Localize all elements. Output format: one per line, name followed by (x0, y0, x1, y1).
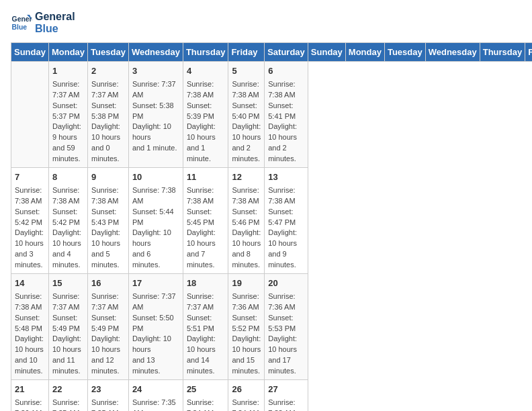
header-tuesday: Tuesday (88, 43, 129, 62)
calendar-cell: 6Sunrise: 7:38 AMSunset: 5:41 PMDaylight… (265, 62, 308, 168)
day-number: 8 (52, 171, 84, 184)
day-info: Sunrise: 7:33 AMSunset: 6:00 PMDaylight:… (268, 398, 304, 411)
calendar-cell: 15Sunrise: 7:37 AMSunset: 5:49 PMDayligh… (48, 274, 87, 380)
calendar-cell (11, 62, 49, 168)
day-number: 3 (132, 64, 179, 78)
calendar-header-row: SundayMondayTuesdayWednesdayThursdayFrid… (11, 43, 533, 62)
day-info: Sunrise: 7:38 AMSunset: 5:45 PMDaylight:… (187, 185, 225, 271)
calendar-cell: 16Sunrise: 7:37 AMSunset: 5:49 PMDayligh… (88, 274, 129, 380)
day-info: Sunrise: 7:37 AMSunset: 5:49 PMDaylight:… (91, 291, 125, 377)
day-number: 10 (132, 171, 179, 184)
header-wednesday: Wednesday (425, 43, 480, 62)
day-number: 9 (91, 171, 125, 184)
header-friday: Friday (228, 43, 265, 62)
day-number: 17 (132, 277, 179, 290)
calendar-cell: 11Sunrise: 7:38 AMSunset: 5:45 PMDayligh… (183, 168, 228, 274)
calendar-cell: 5Sunrise: 7:38 AMSunset: 5:40 PMDaylight… (228, 62, 265, 168)
logo-general: General (35, 11, 75, 22)
calendar-cell: 14Sunrise: 7:38 AMSunset: 5:48 PMDayligh… (11, 274, 49, 380)
day-info: Sunrise: 7:37 AMSunset: 5:38 PMDaylight:… (132, 79, 179, 154)
day-number: 4 (187, 64, 225, 78)
day-info: Sunrise: 7:34 AMSunset: 5:58 PMDaylight:… (187, 398, 225, 411)
calendar-cell: 3Sunrise: 7:37 AMSunset: 5:38 PMDaylight… (128, 62, 183, 168)
day-info: Sunrise: 7:38 AMSunset: 5:42 PMDaylight:… (15, 185, 45, 271)
calendar-cell: 2Sunrise: 7:37 AMSunset: 5:38 PMDaylight… (88, 62, 129, 168)
calendar-cell: 9Sunrise: 7:38 AMSunset: 5:43 PMDaylight… (88, 168, 129, 274)
calendar-cell: 10Sunrise: 7:38 AMSunset: 5:44 PMDayligh… (128, 168, 183, 274)
calendar-cell: 13Sunrise: 7:38 AMSunset: 5:47 PMDayligh… (265, 168, 308, 274)
week-row-3: 21Sunrise: 7:36 AMSunset: 5:54 PMDayligh… (11, 380, 533, 411)
calendar-cell: 7Sunrise: 7:38 AMSunset: 5:42 PMDaylight… (11, 168, 49, 274)
day-number: 25 (187, 383, 225, 396)
calendar-cell: 17Sunrise: 7:37 AMSunset: 5:50 PMDayligh… (128, 274, 183, 380)
day-number: 22 (52, 383, 84, 396)
day-number: 16 (91, 277, 125, 290)
day-number: 11 (187, 171, 225, 184)
day-number: 27 (268, 383, 304, 396)
logo-blue: Blue (35, 23, 58, 34)
week-row-0: 1Sunrise: 7:37 AMSunset: 5:37 PMDaylight… (11, 62, 533, 168)
header-wednesday: Wednesday (128, 43, 183, 62)
day-number: 12 (232, 171, 261, 184)
day-info: Sunrise: 7:38 AMSunset: 5:43 PMDaylight:… (91, 185, 125, 271)
day-info: Sunrise: 7:35 AMSunset: 5:56 PMDaylight:… (91, 398, 125, 411)
day-number: 13 (268, 171, 304, 184)
day-number: 2 (91, 64, 125, 78)
day-number: 21 (15, 383, 45, 396)
calendar-cell: 22Sunrise: 7:35 AMSunset: 5:55 PMDayligh… (48, 380, 87, 411)
calendar-cell: 8Sunrise: 7:38 AMSunset: 5:42 PMDaylight… (48, 168, 87, 274)
calendar-cell: 25Sunrise: 7:34 AMSunset: 5:58 PMDayligh… (183, 380, 228, 411)
day-info: Sunrise: 7:37 AMSunset: 5:37 PMDaylight:… (52, 79, 84, 165)
day-number: 14 (15, 277, 45, 290)
day-info: Sunrise: 7:37 AMSunset: 5:51 PMDaylight:… (187, 291, 225, 377)
header-monday: Monday (345, 43, 384, 62)
header-sunday: Sunday (308, 43, 345, 62)
day-number: 19 (232, 277, 261, 290)
calendar-cell: 27Sunrise: 7:33 AMSunset: 6:00 PMDayligh… (265, 380, 308, 411)
day-info: Sunrise: 7:37 AMSunset: 5:49 PMDaylight:… (52, 291, 84, 377)
day-number: 24 (132, 383, 179, 396)
svg-text:Blue: Blue (12, 23, 28, 30)
day-info: Sunrise: 7:36 AMSunset: 5:53 PMDaylight:… (268, 291, 304, 377)
calendar-cell: 4Sunrise: 7:38 AMSunset: 5:39 PMDaylight… (183, 62, 228, 168)
day-number: 23 (91, 383, 125, 396)
calendar-cell: 18Sunrise: 7:37 AMSunset: 5:51 PMDayligh… (183, 274, 228, 380)
calendar-cell: 26Sunrise: 7:34 AMSunset: 5:59 PMDayligh… (228, 380, 265, 411)
week-row-1: 7Sunrise: 7:38 AMSunset: 5:42 PMDaylight… (11, 168, 533, 274)
header-tuesday: Tuesday (384, 43, 425, 62)
calendar-cell: 1Sunrise: 7:37 AMSunset: 5:37 PMDaylight… (48, 62, 87, 168)
day-info: Sunrise: 7:37 AMSunset: 5:50 PMDaylight:… (132, 291, 179, 377)
header-sunday: Sunday (11, 43, 49, 62)
day-info: Sunrise: 7:38 AMSunset: 5:48 PMDaylight:… (15, 291, 45, 377)
day-info: Sunrise: 7:36 AMSunset: 5:52 PMDaylight:… (232, 291, 261, 377)
header-thursday: Thursday (480, 43, 525, 62)
day-number: 26 (232, 383, 261, 396)
day-info: Sunrise: 7:36 AMSunset: 5:54 PMDaylight:… (15, 398, 45, 411)
day-number: 5 (232, 64, 261, 78)
day-info: Sunrise: 7:34 AMSunset: 5:59 PMDaylight:… (232, 398, 261, 411)
header-friday: Friday (525, 43, 532, 62)
header-saturday: Saturday (265, 43, 308, 62)
day-number: 1 (52, 64, 84, 78)
day-info: Sunrise: 7:38 AMSunset: 5:42 PMDaylight:… (52, 185, 84, 271)
calendar-cell: 12Sunrise: 7:38 AMSunset: 5:46 PMDayligh… (228, 168, 265, 274)
calendar-cell: 19Sunrise: 7:36 AMSunset: 5:52 PMDayligh… (228, 274, 265, 380)
day-number: 18 (187, 277, 225, 290)
day-info: Sunrise: 7:38 AMSunset: 5:40 PMDaylight:… (232, 79, 261, 165)
header-thursday: Thursday (183, 43, 228, 62)
logo: General Blue General Blue (11, 11, 75, 34)
day-info: Sunrise: 7:35 AMSunset: 5:57 PMDaylight:… (132, 398, 179, 411)
day-number: 7 (15, 171, 45, 184)
day-info: Sunrise: 7:37 AMSunset: 5:38 PMDaylight:… (91, 79, 125, 165)
week-row-2: 14Sunrise: 7:38 AMSunset: 5:48 PMDayligh… (11, 274, 533, 380)
day-info: Sunrise: 7:38 AMSunset: 5:39 PMDaylight:… (187, 79, 225, 165)
day-info: Sunrise: 7:35 AMSunset: 5:55 PMDaylight:… (52, 398, 84, 411)
day-number: 20 (268, 277, 304, 290)
day-info: Sunrise: 7:38 AMSunset: 5:46 PMDaylight:… (232, 185, 261, 271)
day-number: 6 (268, 64, 304, 78)
header-monday: Monday (48, 43, 87, 62)
day-info: Sunrise: 7:38 AMSunset: 5:44 PMDaylight:… (132, 185, 179, 271)
calendar-table: SundayMondayTuesdayWednesdayThursdayFrid… (11, 42, 532, 411)
calendar-cell: 24Sunrise: 7:35 AMSunset: 5:57 PMDayligh… (128, 380, 183, 411)
page-header: General Blue General Blue (11, 11, 521, 34)
